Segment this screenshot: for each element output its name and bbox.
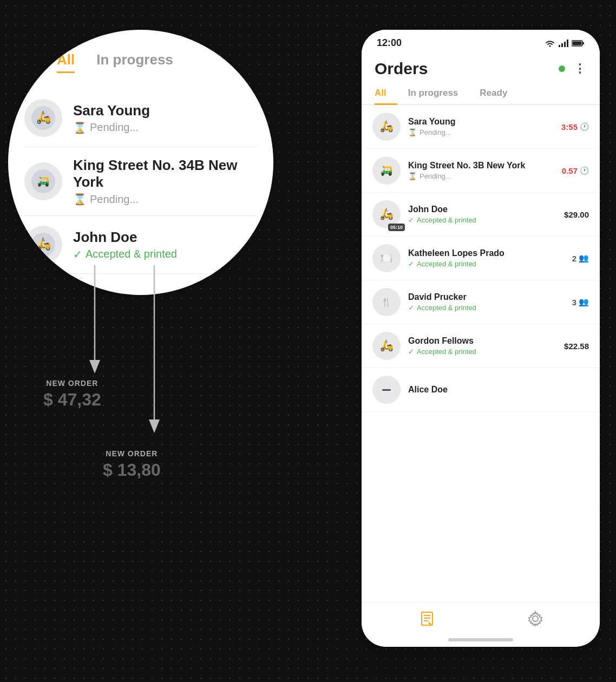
- order-meta-kingstreet: 0.57 🕐: [562, 166, 589, 175]
- nav-orders-button[interactable]: [418, 610, 436, 627]
- order-row-katheleen[interactable]: 🍽️ Katheleen Lopes Prado ✓ Accepted & pr…: [362, 237, 600, 280]
- order-avatar-alice: [372, 376, 401, 404]
- status-bar: 12:00: [362, 30, 600, 53]
- check-icon-johndoe: ✓: [408, 216, 414, 224]
- order-people-katheleen: 2 👥: [572, 253, 589, 263]
- order-meta-gordon: $22.58: [564, 342, 589, 351]
- svg-rect-24: [382, 389, 391, 391]
- hourglass-icon-sara: ⌛: [408, 128, 417, 136]
- zoom-tab-all[interactable]: All: [57, 51, 75, 73]
- zoom-tabs-bar: All In progress: [24, 51, 257, 73]
- wifi-icon: [545, 40, 555, 47]
- order-list: 🛵 Sara Young ⌛ Pending... 3:55 🕐: [362, 105, 600, 602]
- order-meta-katheleen: 2 👥: [572, 253, 589, 263]
- zoom-order-name-sara: Sara Young: [73, 102, 257, 119]
- svg-text:🍴: 🍴: [381, 297, 392, 307]
- svg-text:🛺: 🛺: [381, 165, 393, 176]
- zoom-order-info-kingstreet: King Street No. 34B New York ⌛ Pending..…: [73, 157, 257, 206]
- zoom-avatar-scooter3: 🛵: [24, 226, 62, 264]
- order-people-david: 3 👥: [572, 297, 589, 307]
- order-row-johndoe[interactable]: 🛵 05:10 John Doe ✓ Accepted & printed $2…: [362, 193, 600, 237]
- new-order-box-2: NEW ORDER $ 13,80: [103, 449, 161, 480]
- new-order-amount-1: $ 47,32: [43, 390, 101, 410]
- svg-text:🍽️: 🍽️: [381, 252, 393, 264]
- zoom-order-name-johndoe: John Doe: [73, 229, 257, 246]
- order-timer-sara: 3:55 🕐: [561, 122, 589, 132]
- svg-text:🛺: 🛺: [37, 175, 50, 187]
- zoom-order-kingstreet[interactable]: 🛺 King Street No. 34B New York ⌛ Pending…: [24, 147, 257, 216]
- order-row-alice[interactable]: Alice Doe: [362, 368, 600, 412]
- order-avatar-kingstreet: 🛺: [372, 156, 401, 185]
- zoom-order-sara[interactable]: 🛵 Sara Young ⌛ Pending...: [24, 89, 257, 147]
- order-name-katheleen: Katheleen Lopes Prado: [408, 248, 565, 258]
- new-order-label-1: NEW ORDER: [43, 379, 101, 388]
- order-row-sara[interactable]: 🛵 Sara Young ⌛ Pending... 3:55 🕐: [362, 105, 600, 149]
- order-info-johndoe: John Doe ✓ Accepted & printed: [408, 205, 556, 224]
- signal-icon: [559, 40, 568, 47]
- header-icons: ⋮: [559, 62, 587, 76]
- order-row-gordon[interactable]: 🛵 Gordon Fellows ✓ Accepted & printed $2…: [362, 324, 600, 368]
- zoom-order-info-johndoe: John Doe ✓ Accepted & printed: [73, 229, 257, 261]
- order-info-kingstreet: King Street No. 3B New York ⌛ Pending...: [408, 161, 554, 180]
- tab-all[interactable]: All: [375, 82, 397, 104]
- svg-rect-14: [567, 40, 568, 47]
- svg-rect-13: [564, 42, 566, 47]
- order-status-kingstreet: ⌛ Pending...: [408, 172, 554, 180]
- hourglass-icon: ⌛: [73, 121, 87, 134]
- status-icons: [545, 40, 585, 47]
- people-icon-katheleen: 👥: [579, 253, 589, 263]
- nav-settings-button[interactable]: [527, 611, 543, 627]
- order-status-david: ✓ Accepted & printed: [408, 304, 565, 312]
- order-status-sara: ⌛ Pending...: [408, 128, 554, 136]
- order-avatar-sara: 🛵: [372, 113, 401, 141]
- home-indicator: [448, 638, 513, 641]
- app-title: Orders: [375, 60, 428, 78]
- new-order-box-1: NEW ORDER $ 47,32: [43, 379, 101, 410]
- order-info-gordon: Gordon Fellows ✓ Accepted & printed: [408, 336, 556, 356]
- svg-point-10: [549, 45, 551, 47]
- online-status-dot: [559, 65, 565, 72]
- order-row-david[interactable]: 🍴 David Prucker ✓ Accepted & printed 3 👥: [362, 280, 600, 324]
- check-icon-david: ✓: [408, 304, 414, 312]
- settings-nav-icon: [527, 611, 543, 627]
- order-info-katheleen: Katheleen Lopes Prado ✓ Accepted & print…: [408, 248, 565, 268]
- order-name-johndoe: John Doe: [408, 205, 556, 214]
- order-status-johndoe: ✓ Accepted & printed: [408, 216, 556, 224]
- zoom-order-name-kingstreet: King Street No. 34B New York: [73, 157, 257, 191]
- zoom-avatar-scooterbag: 🛺: [24, 162, 62, 200]
- new-order-amount-2: $ 13,80: [103, 460, 161, 480]
- order-status-katheleen: ✓ Accepted & printed: [408, 260, 565, 268]
- svg-text:🛵: 🛵: [36, 110, 51, 124]
- zoom-circle: All In progress 🛵 Sara Young ⌛ Pending..…: [8, 30, 273, 295]
- order-avatar-david: 🍴: [372, 288, 401, 316]
- order-name-kingstreet: King Street No. 3B New York: [408, 161, 554, 170]
- bottom-nav: [362, 602, 600, 638]
- check-icon-gordon: ✓: [408, 347, 414, 356]
- more-options-icon[interactable]: ⋮: [574, 62, 587, 76]
- order-meta-sara: 3:55 🕐: [561, 122, 589, 132]
- svg-text:🛵: 🛵: [36, 237, 51, 251]
- hourglass-icon-2: ⌛: [73, 193, 87, 206]
- order-name-david: David Prucker: [408, 292, 565, 302]
- order-avatar-katheleen: 🍽️: [372, 244, 401, 272]
- checkmark-icon: ✓: [73, 248, 82, 261]
- people-icon-david: 👥: [579, 297, 589, 307]
- order-avatar-gordon: 🛵: [372, 332, 401, 360]
- order-meta-johndoe: $29.00: [564, 210, 589, 219]
- order-row-kingstreet[interactable]: 🛺 King Street No. 3B New York ⌛ Pending.…: [362, 149, 600, 193]
- order-meta-david: 3 👥: [572, 297, 589, 307]
- app-header: Orders ⋮: [362, 53, 600, 82]
- order-name-alice: Alice Doe: [408, 385, 589, 395]
- tab-ready[interactable]: Ready: [480, 82, 518, 104]
- svg-rect-17: [573, 41, 582, 45]
- order-name-gordon: Gordon Fellows: [408, 336, 556, 346]
- zoom-order-status-sara: ⌛ Pending...: [73, 121, 257, 134]
- battery-icon: [572, 40, 585, 47]
- svg-text:🛵: 🛵: [380, 120, 394, 133]
- svg-text:🛵: 🛵: [380, 339, 394, 352]
- svg-point-29: [533, 616, 538, 621]
- tab-inprogress[interactable]: In progress: [408, 82, 469, 104]
- zoom-order-johndoe[interactable]: 🛵 John Doe ✓ Accepted & printed: [24, 216, 257, 274]
- zoom-tab-inprogress[interactable]: In progress: [96, 51, 173, 73]
- timer-alarm-icon-ks: 🕐: [580, 166, 589, 175]
